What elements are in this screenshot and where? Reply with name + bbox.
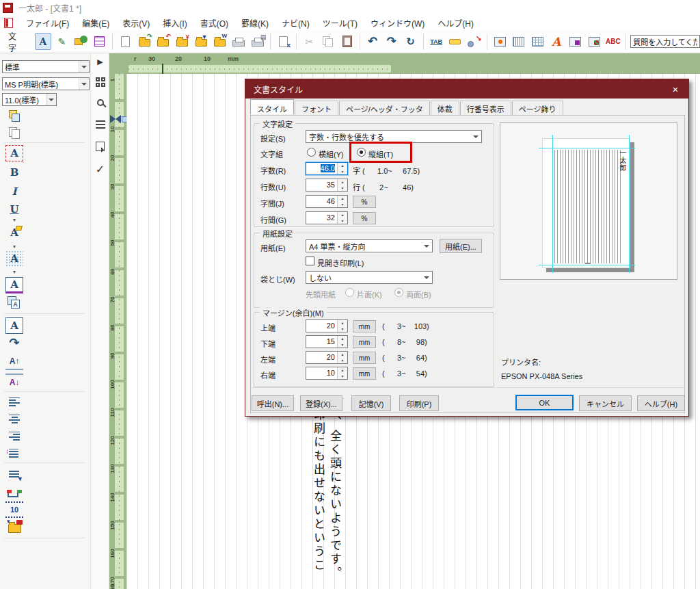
fukurotoji-dropdown[interactable]: しない: [306, 271, 433, 284]
facing-print-checkbox[interactable]: [306, 257, 314, 265]
help-button[interactable]: ヘルプ(H): [637, 395, 685, 411]
frame-field-icon[interactable]: [567, 33, 584, 50]
wordart-icon[interactable]: A: [548, 33, 565, 50]
margin-left-spinner[interactable]: 20▲▼: [306, 351, 348, 364]
print-settings-icon[interactable]: ▤: [250, 33, 267, 50]
spin-down-icon[interactable]: ▼: [338, 374, 347, 380]
spin-down-icon[interactable]: ▼: [338, 185, 347, 192]
margin-left-unit-button[interactable]: mm: [353, 352, 376, 364]
gyosu-spinner[interactable]: 35▲▼: [306, 179, 348, 192]
spin-down-icon[interactable]: ▼: [338, 326, 347, 332]
image-frame-icon[interactable]: [492, 33, 509, 50]
redo-r-icon[interactable]: ↻: [402, 33, 419, 50]
margin-top-unit-button[interactable]: mm: [353, 320, 376, 332]
outline-char-icon[interactable]: A: [5, 317, 23, 334]
list-view-icon[interactable]: [94, 118, 107, 131]
barcode-frame-icon[interactable]: [510, 33, 527, 50]
menu-format[interactable]: 書式(O): [200, 17, 228, 29]
chevron-down-icon[interactable]: [79, 78, 89, 90]
chevron-down-icon[interactable]: [46, 94, 56, 105]
recall-button[interactable]: 呼出(N)...: [252, 395, 294, 411]
menu-insert[interactable]: 挿入(I): [163, 17, 187, 29]
cut-icon[interactable]: ✂: [301, 33, 318, 50]
tab-page-header-footer[interactable]: ページ/ヘッダ・フッタ: [339, 101, 430, 116]
layout-flow-icon[interactable]: ↘: [466, 33, 483, 50]
spin-down-icon[interactable]: ▼: [338, 342, 347, 348]
italic-icon[interactable]: I: [5, 183, 23, 200]
menu-window[interactable]: ウィンドウ(W): [371, 17, 425, 29]
margin-marker[interactable]: [110, 115, 126, 124]
align-right-icon[interactable]: [5, 428, 23, 444]
folder-yen-icon[interactable]: ¥: [174, 33, 191, 50]
expand-arrow-icon[interactable]: ▶: [94, 55, 107, 68]
jikan-percent-button[interactable]: %: [353, 196, 376, 208]
open-recent-icon[interactable]: ↶: [155, 33, 172, 50]
gyokan-spinner[interactable]: 32▲▼: [306, 211, 348, 224]
indent-icon[interactable]: ↕: [5, 445, 23, 461]
rotate-text-icon[interactable]: ↷: [5, 335, 23, 351]
tab-line-number[interactable]: 行番号表示: [460, 101, 511, 116]
tab-appearance[interactable]: 体裁: [431, 101, 459, 116]
tab-icon[interactable]: TAB: [428, 33, 445, 50]
copy-icon[interactable]: [320, 33, 337, 50]
char-background-icon[interactable]: A: [5, 250, 23, 267]
line-spacing-icon[interactable]: ▼: [5, 467, 23, 483]
menu-file[interactable]: ファイル(F): [26, 17, 69, 29]
facing-print-label[interactable]: 見開き印刷(L): [317, 257, 364, 268]
jisu-spinner[interactable]: 46.0▲▼: [306, 162, 348, 175]
register-button[interactable]: 登録(X)...: [300, 395, 342, 411]
open-document-icon[interactable]: ↷: [136, 33, 153, 50]
boxed-char-icon[interactable]: A: [5, 277, 23, 293]
question-input[interactable]: [630, 35, 700, 48]
chevron-down-icon[interactable]: [470, 131, 481, 142]
chevron-down-icon[interactable]: [420, 240, 432, 252]
spin-down-icon[interactable]: ▼: [338, 358, 347, 364]
tab-style[interactable]: スタイル: [250, 99, 294, 114]
spin-down-icon[interactable]: ▼: [338, 169, 347, 175]
menu-ruledline[interactable]: 罫線(K): [241, 17, 269, 29]
spin-up-icon[interactable]: ▲: [338, 367, 347, 374]
char-style-button[interactable]: A: [35, 33, 52, 50]
table-frame-icon[interactable]: [529, 33, 546, 50]
spin-down-icon[interactable]: ▼: [338, 218, 347, 224]
margin-bottom-spinner[interactable]: 15▲▼: [306, 335, 348, 348]
menu-edit[interactable]: 編集(E): [82, 17, 109, 29]
open-folder-icon[interactable]: ▾: [5, 519, 23, 535]
frame-image2-icon[interactable]: [586, 33, 603, 50]
jikan-spinner[interactable]: 46▲▼: [306, 195, 348, 208]
memorize-button[interactable]: 記憶(V): [351, 395, 391, 411]
page-flip-icon[interactable]: [94, 140, 107, 153]
print-icon[interactable]: [230, 33, 247, 50]
margin-right-spinner[interactable]: 10▲▼: [306, 367, 348, 380]
word-export-icon[interactable]: W: [211, 33, 228, 50]
ruler-bar-icon[interactable]: [446, 33, 463, 50]
tab-page-decoration[interactable]: ページ飾り: [512, 101, 563, 116]
chevron-down-icon[interactable]: [79, 61, 89, 73]
menu-navi[interactable]: ナビ(N): [282, 17, 310, 29]
yokogumi-radio[interactable]: [307, 148, 316, 157]
chevron-down-icon[interactable]: [420, 272, 432, 283]
pencil-edit-icon[interactable]: ✎: [53, 33, 70, 50]
margin-right-unit-button[interactable]: mm: [353, 367, 376, 380]
new-document-icon[interactable]: [117, 33, 134, 50]
underline-icon[interactable]: U: [5, 201, 23, 218]
spellcheck-abc-icon[interactable]: ABC: [605, 33, 622, 50]
spin-up-icon[interactable]: ▲: [338, 352, 347, 358]
paste-format-icon[interactable]: [5, 125, 23, 141]
line-number-icon[interactable]: 10: [5, 501, 23, 518]
style-preset-dropdown[interactable]: 標準: [2, 60, 90, 73]
menu-tools[interactable]: ツール(T): [323, 17, 358, 29]
margin-top-spinner[interactable]: 20▲▼: [306, 319, 348, 332]
spin-up-icon[interactable]: ▲: [338, 163, 347, 169]
folder-import-icon[interactable]: ▼: [193, 33, 210, 50]
cancel-button[interactable]: キャンセル: [579, 395, 632, 411]
align-left-icon[interactable]: [5, 393, 23, 410]
bold-icon[interactable]: B: [5, 164, 23, 181]
paste-icon[interactable]: [338, 33, 355, 50]
font-size-dropdown[interactable]: 11.0(標準): [2, 93, 57, 106]
gyokan-percent-button[interactable]: %: [353, 212, 376, 224]
align-center-icon[interactable]: [5, 410, 23, 427]
layered-char-icon[interactable]: A: [5, 294, 23, 311]
delete-page-icon[interactable]: x: [275, 33, 292, 50]
redo-icon[interactable]: ↷: [383, 33, 401, 50]
